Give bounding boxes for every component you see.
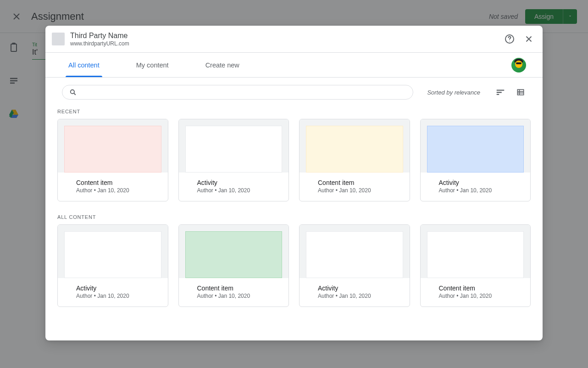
card-meta: Author • Jan 10, 2020 [76,293,159,299]
card-title: Activity [439,179,521,186]
content-card[interactable]: Content itemAuthor • Jan 10, 2020 [299,119,410,201]
card-meta: Author • Jan 10, 2020 [439,293,521,299]
modal-tabs: All content My content Create new [45,53,543,78]
modal-header: Third Party Name www.thirdpartyURL.com [45,26,543,53]
card-meta: Author • Jan 10, 2020 [197,187,280,194]
tab-all-content[interactable]: All content [68,53,100,77]
tab-create-new[interactable]: Create new [205,53,239,77]
card-thumbnail [306,126,403,173]
search-field[interactable] [62,85,413,100]
content-card[interactable]: ActivityAuthor • Jan 10, 2020 [299,224,410,307]
card-title: Activity [76,284,159,292]
third-party-info: Third Party Name www.thirdpartyURL.com [70,32,504,47]
card-title: Activity [318,284,400,292]
section-recent-label: RECENT [57,109,531,114]
card-meta: Author • Jan 10, 2020 [318,293,400,299]
search-icon [69,88,77,96]
third-party-name: Third Party Name [70,32,504,40]
close-modal-icon[interactable] [523,33,534,45]
modal-body: RECENT Content itemAuthor • Jan 10, 2020… [45,100,543,340]
sort-label: Sorted by relevance [427,89,480,96]
all-row-1: ActivityAuthor • Jan 10, 2020Content ite… [57,224,531,307]
content-card[interactable]: ActivityAuthor • Jan 10, 2020 [178,119,289,201]
svg-rect-11 [517,89,523,95]
content-card[interactable]: Content itemAuthor • Jan 10, 2020 [57,119,168,201]
card-thumbnail [185,231,283,278]
modal-toolbar: Sorted by relevance [45,78,543,100]
avatar[interactable] [511,58,526,72]
third-party-url: www.thirdpartyURL.com [70,40,504,47]
card-meta: Author • Jan 10, 2020 [197,293,280,299]
content-card[interactable]: ActivityAuthor • Jan 10, 2020 [420,119,531,201]
content-card[interactable]: ActivityAuthor • Jan 10, 2020 [57,224,168,307]
card-meta: Author • Jan 10, 2020 [439,187,521,194]
card-thumbnail [64,126,161,173]
card-title: Content item [197,284,280,292]
card-meta: Author • Jan 10, 2020 [318,187,400,194]
tab-my-content[interactable]: My content [136,53,169,77]
card-title: Content item [76,179,159,186]
search-input[interactable] [82,89,406,96]
card-thumbnail [427,231,524,278]
list-view-icon[interactable] [515,87,526,98]
svg-point-9 [509,41,510,41]
card-title: Activity [197,179,280,186]
card-thumbnail [64,231,161,278]
section-all-label: ALL CONTENT [57,214,531,220]
card-thumbnail [306,231,403,278]
content-picker-modal: Third Party Name www.thirdpartyURL.com A… [45,26,543,340]
card-title: Content item [439,284,521,292]
card-meta: Author • Jan 10, 2020 [76,187,159,194]
card-thumbnail [427,126,524,173]
card-thumbnail [185,126,283,173]
recent-row: Content itemAuthor • Jan 10, 2020Activit… [57,119,531,201]
content-card[interactable]: Content itemAuthor • Jan 10, 2020 [420,224,531,307]
third-party-logo [52,33,65,45]
sort-icon[interactable] [495,87,506,98]
content-card[interactable]: Content itemAuthor • Jan 10, 2020 [178,224,289,307]
card-title: Content item [318,179,400,186]
help-icon[interactable] [504,33,515,45]
